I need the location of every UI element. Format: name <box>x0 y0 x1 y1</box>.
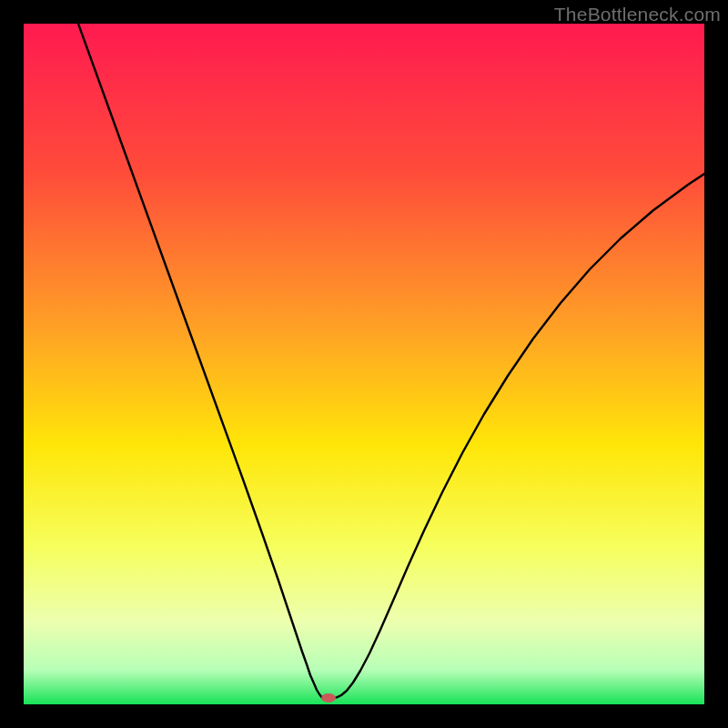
chart-frame: TheBottleneck.com <box>0 0 728 728</box>
plot-area <box>24 24 704 704</box>
chart-svg <box>24 24 704 704</box>
optimal-marker <box>321 693 336 703</box>
watermark-text: TheBottleneck.com <box>554 4 721 25</box>
gradient-bg <box>24 24 704 704</box>
